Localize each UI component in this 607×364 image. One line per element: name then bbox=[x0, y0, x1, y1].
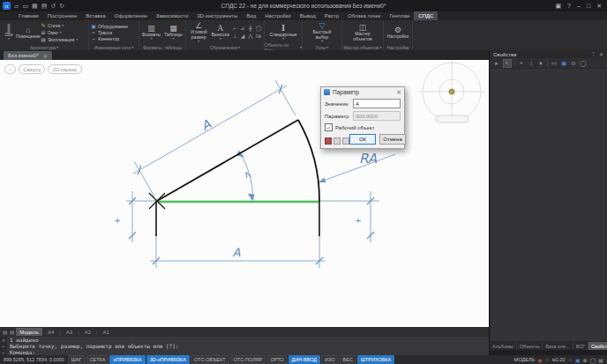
equipment-button[interactable]: ▣Оборудование bbox=[91, 23, 128, 29]
layout-tab-model[interactable]: Модель bbox=[16, 328, 42, 336]
chain-icon[interactable]: ⊥ bbox=[231, 33, 238, 40]
tab-nastroiki[interactable]: Настройки bbox=[260, 11, 295, 20]
new-file-icon[interactable]: ▱ bbox=[14, 2, 19, 10]
value-input[interactable]: А bbox=[353, 99, 401, 108]
cancel-button[interactable]: Отмена bbox=[379, 134, 406, 145]
checkbox-check-icon[interactable]: ✓ bbox=[325, 123, 333, 131]
close-icon[interactable]: ✕ bbox=[596, 3, 602, 10]
panel-tab-albums[interactable]: Альбомы bbox=[490, 342, 517, 350]
radius-label[interactable]: RA bbox=[359, 151, 378, 167]
dialog-title-bar[interactable]: Параметр ✕ bbox=[321, 87, 404, 97]
properties-body[interactable] bbox=[491, 69, 606, 341]
panel-tab-objects[interactable]: Объекты bbox=[517, 342, 543, 350]
scale-indicator[interactable]: м1:20 bbox=[552, 357, 566, 362]
command-history[interactable]: 1 найдено Выберите точку, размер, параме… bbox=[7, 337, 489, 355]
axes-button[interactable]: ║ Оси▾ bbox=[2, 24, 16, 41]
group-label-formats[interactable]: Форматы, таблицы bbox=[139, 44, 185, 50]
minimize-icon[interactable]: – bbox=[577, 3, 581, 9]
pan-icon[interactable]: ⊕ bbox=[583, 357, 588, 363]
node-icon[interactable]: ◯ bbox=[255, 25, 262, 32]
plot-icon[interactable]: ▤ bbox=[41, 2, 48, 10]
window-button[interactable]: ⊞Окно▾ bbox=[41, 29, 78, 35]
tab-genplan[interactable]: Генплан bbox=[385, 11, 414, 20]
maximize-icon[interactable]: □ bbox=[587, 3, 590, 9]
toggle-snap[interactable]: ШАГ bbox=[68, 355, 86, 364]
help-button[interactable]: ? bbox=[567, 3, 571, 9]
tab-3d-instrumenty[interactable]: 3D-инструменты bbox=[192, 11, 242, 20]
angular-dimension-button[interactable]: ∠ Угловой размер▾ bbox=[188, 21, 209, 43]
group-label-architecture[interactable]: Архитектура▾ bbox=[0, 44, 88, 50]
add-selection-icon[interactable]: + bbox=[518, 60, 525, 66]
select-cursor-icon[interactable]: ↖ bbox=[503, 59, 512, 68]
new-layout-icon[interactable]: ▤ bbox=[10, 329, 15, 335]
open-file-icon[interactable]: ▭ bbox=[22, 2, 28, 10]
tab-spds[interactable]: СПДС bbox=[414, 11, 438, 20]
layout-tab-a2[interactable]: А2 bbox=[81, 328, 94, 336]
quick-select-button[interactable]: ▽ Быстрый выбор▾ bbox=[311, 21, 333, 43]
toggle-polar[interactable]: ОТС-ПОЛЯР bbox=[230, 355, 266, 364]
tab-rastr[interactable]: Растр bbox=[320, 11, 343, 20]
expand-icon[interactable]: ▸ bbox=[493, 60, 500, 67]
tab-close-icon[interactable]: ✕ bbox=[43, 53, 48, 59]
formats-button[interactable]: ▥ Форматы▾ bbox=[141, 24, 161, 41]
angle-dim-label[interactable]: < bbox=[240, 167, 254, 181]
space-indicator[interactable]: МОДЕЛЬ bbox=[514, 357, 535, 362]
formula-icon[interactable] bbox=[333, 137, 341, 145]
compass-center-dot[interactable] bbox=[449, 89, 454, 94]
filter-icon[interactable]: ▾ bbox=[537, 60, 544, 67]
panel-close-icon[interactable]: ✕ bbox=[599, 51, 603, 57]
layout-tab-a1[interactable]: А1 bbox=[100, 328, 113, 336]
document-tab[interactable]: Без имени0* ✕ bbox=[4, 51, 52, 60]
ok-button[interactable]: ОК bbox=[349, 134, 376, 145]
swatch-icon[interactable]: ▭ bbox=[551, 60, 558, 67]
list-icon[interactable] bbox=[342, 137, 349, 145]
tab-vid[interactable]: Вид bbox=[242, 11, 260, 20]
tab-vstavka[interactable]: Вставка bbox=[81, 11, 109, 20]
slope-icon[interactable]: ◢ bbox=[239, 33, 246, 40]
aligned-dim-label[interactable]: А bbox=[199, 116, 214, 133]
toggle-hatch[interactable]: ШТРИХОВКА bbox=[357, 355, 394, 364]
visual-style-button[interactable]: 2D-каркас bbox=[48, 64, 81, 74]
sun-icon[interactable]: ☼ bbox=[567, 357, 573, 362]
toggle-lineweight[interactable]: ВЕС bbox=[340, 355, 356, 364]
toggle-ortho[interactable]: ОРТО bbox=[266, 355, 287, 364]
brightness-icon[interactable]: ☼ bbox=[544, 357, 550, 362]
monitor-icon[interactable]: ▤ bbox=[598, 357, 603, 363]
level-icon[interactable]: ⊿ bbox=[239, 25, 246, 32]
circle-icon[interactable]: ◯ bbox=[580, 60, 587, 67]
group-label-base[interactable]: Объекты из базы▾ bbox=[265, 44, 302, 50]
toggle-dyn-input[interactable]: ДИН-ВВОД bbox=[289, 355, 321, 364]
orbit-icon[interactable]: ◯ bbox=[590, 357, 596, 363]
group-label-settings[interactable]: Настройка bbox=[384, 44, 412, 50]
group-label-engineering[interactable]: Инженерные сети▾ bbox=[89, 44, 139, 50]
bottom-dim-label[interactable]: А bbox=[233, 246, 241, 259]
viewport-icon[interactable]: ▣ bbox=[575, 357, 581, 363]
layout-tab-a3[interactable]: А3 bbox=[63, 328, 76, 336]
interface-switch-icon[interactable]: ▣ bbox=[555, 3, 561, 10]
explication-button[interactable]: ▤Экспликация▾ bbox=[41, 36, 78, 42]
recalc-icon[interactable] bbox=[325, 137, 332, 145]
leader-button[interactable]: A Выноска▾ bbox=[211, 24, 229, 41]
tab-glavnaya[interactable]: Главная bbox=[14, 11, 43, 20]
tab-oblaka-tochek[interactable]: Облака точек bbox=[343, 11, 385, 20]
toggle-osnap[interactable]: оПРИВЯЗКА bbox=[109, 355, 145, 364]
sector-geometry[interactable] bbox=[156, 120, 319, 236]
weld-icon[interactable]: ⋀ bbox=[247, 33, 254, 40]
group-label-annotations[interactable]: Обозначения▾ bbox=[186, 44, 264, 50]
trace-button[interactable]: ≈Трасса bbox=[91, 30, 128, 35]
target-icon[interactable]: ⊙ bbox=[570, 60, 577, 67]
compass-widget[interactable] bbox=[418, 61, 485, 123]
group-label-master[interactable]: Мастер объектов▾ bbox=[342, 44, 383, 50]
layout-list-icon[interactable]: ▤ bbox=[3, 329, 8, 335]
group-label-nodes[interactable]: Узлы▾ bbox=[303, 44, 341, 50]
viewport-collapse-button[interactable]: – bbox=[4, 64, 16, 74]
tab-postroenie[interactable]: Построение bbox=[43, 11, 81, 20]
panel-tab-properties[interactable]: Свойства bbox=[588, 342, 607, 350]
tables-button[interactable]: ▦ Таблицы▾ bbox=[163, 24, 184, 41]
toggle-otrack[interactable]: ОТС-ОБЪЕКТ bbox=[191, 355, 229, 364]
panel-tab-vsg[interactable]: ВСГ bbox=[573, 342, 588, 350]
standard-parts-button[interactable]: I Стандартные▾ bbox=[272, 24, 295, 41]
sort-icon[interactable]: ↕ bbox=[528, 60, 535, 66]
color-swatch-icon[interactable]: ▣ bbox=[560, 60, 567, 67]
layout-tab-a4[interactable]: А4 bbox=[44, 328, 57, 336]
